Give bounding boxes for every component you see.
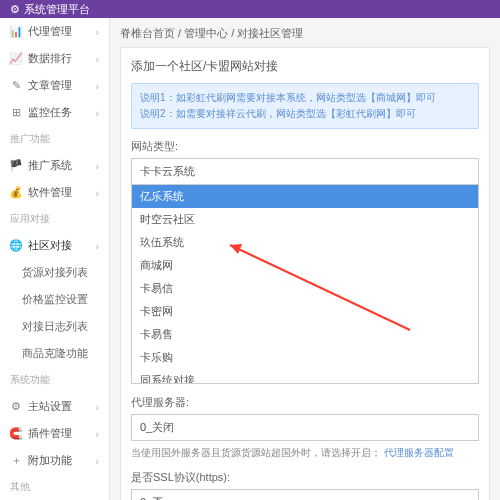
breadcrumb-current: 对接社区管理: [237, 27, 303, 39]
site-type-select[interactable]: 卡卡云系统 亿乐系统时空云社区玖伍系统商城网卡易信卡密网卡易售卡乐购同系统对接卡…: [131, 158, 479, 185]
dropdown-option[interactable]: 卡乐购: [132, 346, 478, 369]
ssl-label: 是否SSL协议(https):: [131, 470, 479, 485]
sidebar-group-header: 应用对接: [0, 206, 109, 232]
dropdown-option[interactable]: 亿乐系统: [132, 185, 478, 208]
sidebar-item-label: 监控任务: [28, 105, 72, 120]
sidebar-item-label: 社区对接: [28, 238, 72, 253]
dropdown-option[interactable]: 时空云社区: [132, 208, 478, 231]
sidebar-icon: 🏴: [10, 160, 22, 172]
sidebar-item[interactable]: 🌐社区对接›: [0, 232, 109, 259]
main-content: 脊椎台首页 / 管理中心 / 对接社区管理 添加一个社区/卡盟网站对接 说明1：…: [110, 18, 500, 500]
notice-line-2: 说明2：如需要对接祥云代刷，网站类型选【彩虹代刷网】即可: [140, 106, 470, 122]
sidebar-item[interactable]: 🧲插件管理›: [0, 420, 109, 447]
sidebar-item-label: 附加功能: [28, 453, 72, 468]
app-title: ⚙ 系统管理平台: [10, 2, 90, 17]
sidebar-item-label: 数据排行: [28, 51, 72, 66]
sidebar-icon: 💰: [10, 187, 22, 199]
proxy-hint: 当使用国外服务器且货源货源站超国外时，请选择开启； 代理服务器配置: [131, 445, 479, 460]
ssl-select[interactable]: 0_否: [131, 489, 479, 500]
chevron-right-icon: ›: [95, 53, 99, 65]
sidebar-item-label: 文章管理: [28, 78, 72, 93]
sidebar-item[interactable]: ✎文章管理›: [0, 72, 109, 99]
sidebar-icon: 🧲: [10, 428, 22, 440]
chevron-right-icon: ›: [95, 160, 99, 172]
dropdown-option[interactable]: 同系统对接: [132, 369, 478, 384]
chevron-right-icon: ›: [95, 107, 99, 119]
sidebar-subitem[interactable]: 价格监控设置: [0, 286, 109, 313]
sidebar-item[interactable]: ＋附加功能›: [0, 447, 109, 474]
sidebar-item-label: 推广系统: [28, 158, 72, 173]
sidebar-subitem[interactable]: 货源对接列表: [0, 259, 109, 286]
sidebar-icon: 📊: [10, 26, 22, 38]
dropdown-option[interactable]: 商城网: [132, 254, 478, 277]
sidebar-icon: ＋: [10, 455, 22, 467]
proxy-label: 代理服务器:: [131, 395, 479, 410]
site-type-value[interactable]: 卡卡云系统: [131, 158, 479, 185]
sidebar-subitem[interactable]: 商品克隆功能: [0, 340, 109, 367]
chevron-right-icon: ›: [95, 26, 99, 38]
site-type-dropdown[interactable]: 亿乐系统时空云社区玖伍系统商城网卡易信卡密网卡易售卡乐购同系统对接卡卡云系统彩虹…: [131, 184, 479, 384]
notice-box: 说明1：如彩虹代刷网需要对接本系统，网站类型选【商城网】即可 说明2：如需要对接…: [131, 83, 479, 129]
sidebar-icon: ⚙: [10, 401, 22, 413]
sidebar-subitem[interactable]: 对接日志列表: [0, 313, 109, 340]
breadcrumb-home[interactable]: 脊椎台首页: [120, 27, 175, 39]
sidebar-item-label: 软件管理: [28, 185, 72, 200]
gear-icon: ⚙: [10, 3, 20, 16]
sidebar-group-header: 系统功能: [0, 367, 109, 393]
sidebar-icon: 🌐: [10, 240, 22, 252]
dropdown-option[interactable]: 卡密网: [132, 300, 478, 323]
sidebar-item[interactable]: 📊代理管理›: [0, 18, 109, 45]
sidebar-icon: ⊞: [10, 107, 22, 119]
chevron-right-icon: ›: [95, 401, 99, 413]
breadcrumb: 脊椎台首页 / 管理中心 / 对接社区管理: [120, 26, 490, 41]
form-panel: 添加一个社区/卡盟网站对接 说明1：如彩虹代刷网需要对接本系统，网站类型选【商城…: [120, 47, 490, 500]
sidebar: 📊代理管理›📈数据排行›✎文章管理›⊞监控任务›推广功能🏴推广系统›💰软件管理›…: [0, 18, 110, 500]
site-type-label: 网站类型:: [131, 139, 479, 154]
sidebar-item[interactable]: 📈数据排行›: [0, 45, 109, 72]
breadcrumb-mid[interactable]: 管理中心: [184, 27, 228, 39]
proxy-config-link[interactable]: 代理服务器配置: [384, 447, 454, 458]
sidebar-item-label: 主站设置: [28, 399, 72, 414]
sidebar-icon: ✎: [10, 80, 22, 92]
sidebar-item[interactable]: ⚙主站设置›: [0, 393, 109, 420]
proxy-select[interactable]: 0_关闭: [131, 414, 479, 441]
sidebar-item-label: 代理管理: [28, 24, 72, 39]
chevron-right-icon: ›: [95, 455, 99, 467]
chevron-right-icon: ›: [95, 240, 99, 252]
chevron-right-icon: ›: [95, 428, 99, 440]
sidebar-group-header: 其他: [0, 474, 109, 500]
sidebar-item[interactable]: ⊞监控任务›: [0, 99, 109, 126]
panel-title: 添加一个社区/卡盟网站对接: [131, 58, 479, 75]
chevron-right-icon: ›: [95, 80, 99, 92]
dropdown-option[interactable]: 玖伍系统: [132, 231, 478, 254]
proxy-hint-text: 当使用国外服务器且货源货源站超国外时，请选择开启；: [131, 447, 381, 458]
sidebar-group-header: 推广功能: [0, 126, 109, 152]
chevron-right-icon: ›: [95, 187, 99, 199]
sidebar-item-label: 插件管理: [28, 426, 72, 441]
dropdown-option[interactable]: 卡易售: [132, 323, 478, 346]
notice-line-1: 说明1：如彩虹代刷网需要对接本系统，网站类型选【商城网】即可: [140, 90, 470, 106]
sidebar-icon: 📈: [10, 53, 22, 65]
app-title-text: 系统管理平台: [24, 2, 90, 17]
topbar: ⚙ 系统管理平台: [0, 0, 500, 18]
sidebar-item[interactable]: 🏴推广系统›: [0, 152, 109, 179]
dropdown-option[interactable]: 卡易信: [132, 277, 478, 300]
sidebar-item[interactable]: 💰软件管理›: [0, 179, 109, 206]
